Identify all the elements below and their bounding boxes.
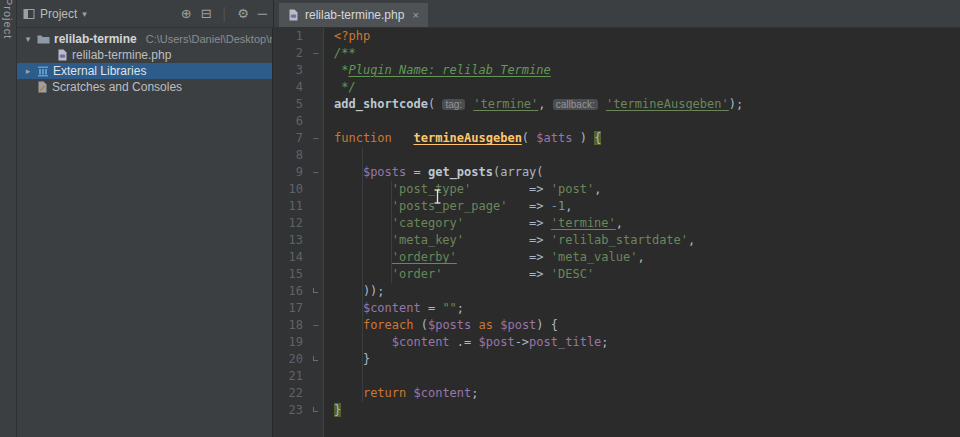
code-line[interactable]: 23} [273, 402, 960, 419]
line-number: 4 [273, 79, 306, 96]
token-txt [334, 318, 363, 332]
token-hint: tag: [442, 99, 465, 110]
code-line[interactable]: 7−function termineAusgeben( $atts ) { [273, 130, 960, 147]
code-line[interactable]: 5add_shortcode( tag: 'termine', callback… [273, 96, 960, 113]
token-txt [334, 267, 392, 281]
line-number: 17 [273, 300, 306, 317]
fold-spacer [306, 198, 325, 215]
code-line[interactable]: 19 $content .= $post->post_title; [273, 334, 960, 351]
code-line[interactable]: 18− foreach ($posts as $post) { [273, 317, 960, 334]
code-line[interactable]: 4 */ [273, 79, 960, 96]
token-txt [334, 250, 392, 264]
code-line[interactable]: 11 'posts_per_page' => -1, [273, 198, 960, 215]
code-text: 'orderby' => 'meta_value', [325, 249, 645, 266]
token-txt [464, 216, 529, 230]
token-doc: * [334, 63, 348, 77]
tree-item-scratches[interactable]: Scratches and Consoles [17, 79, 272, 95]
code-line[interactable]: 20 } [273, 351, 960, 368]
chevron-down-icon[interactable]: ▾ [23, 34, 33, 44]
line-number: 6 [273, 113, 306, 130]
code-line[interactable]: 9− $posts = get_posts(array( [273, 164, 960, 181]
token-str: "" [442, 301, 456, 315]
fold-icon[interactable] [306, 283, 325, 300]
editor[interactable]: 1<?php2−/**3 *Plugin Name: relilab Termi… [273, 28, 960, 437]
code-line[interactable]: 21 [273, 368, 960, 385]
token-kw: return [363, 386, 414, 400]
code-line[interactable]: 10 'post_type' => 'post', [273, 181, 960, 198]
collapse-all-icon[interactable]: ⊟ [201, 6, 212, 21]
code-line[interactable]: 8 [273, 147, 960, 164]
fold-icon[interactable]: − [306, 130, 325, 147]
toolbar-divider: │ [221, 7, 229, 21]
token-txt: get_posts [428, 165, 493, 179]
tool-window-button-project[interactable]: Project [2, 0, 14, 39]
chevron-right-icon[interactable]: ▸ [23, 66, 33, 76]
tree-item-relilab-termine-php[interactable]: relilab-termine.php [17, 47, 272, 63]
code-line[interactable]: 16 )); [273, 283, 960, 300]
code-line[interactable]: 6 [273, 113, 960, 130]
code-line[interactable]: 1<?php [273, 28, 960, 45]
code-line[interactable]: 17 $content = ""; [273, 300, 960, 317]
content-area: ▾ relilab-termine C:\Users\Daniel\Deskto… [17, 28, 960, 437]
project-panel-title[interactable]: Project [40, 7, 77, 21]
chevron-down-icon[interactable]: ▾ [82, 9, 87, 19]
token-var: $post [479, 335, 515, 349]
code-line[interactable]: 15 'order' => 'DESC' [273, 266, 960, 283]
fold-icon[interactable]: − [306, 164, 325, 181]
token-txt: ) [572, 131, 594, 145]
gear-icon[interactable]: ⚙ [237, 6, 249, 21]
code-text [325, 368, 334, 385]
tree-item-external-libraries[interactable]: ▸ External Libraries [17, 63, 272, 79]
token-txt: ( [522, 131, 536, 145]
hide-panel-icon[interactable]: ─ [258, 6, 267, 21]
tree-item-label: Scratches and Consoles [52, 80, 182, 94]
token-str: 'DESC' [551, 267, 594, 281]
fold-icon[interactable] [306, 402, 325, 419]
fold-spacer [306, 181, 325, 198]
folder-icon [37, 34, 50, 44]
line-number: 22 [273, 385, 306, 402]
project-panel: ▾ relilab-termine C:\Users\Daniel\Deskto… [17, 28, 273, 437]
code-line[interactable]: 22 return $content; [273, 385, 960, 402]
tab-relilab-termine-php[interactable]: relilab-termine.php × [279, 3, 428, 27]
token-txt: -> [515, 335, 529, 349]
code-line[interactable]: 12 'category' => 'termine', [273, 215, 960, 232]
line-number: 9 [273, 164, 306, 181]
code-line[interactable]: 14 'orderby' => 'meta_value', [273, 249, 960, 266]
fold-spacer [306, 147, 325, 164]
token-txt: => [529, 216, 551, 230]
token-txt: , [637, 250, 644, 264]
fold-spacer [306, 232, 325, 249]
code-text: )); [325, 283, 385, 300]
fold-spacer [306, 215, 325, 232]
editor-tab-bar: relilab-termine.php × [273, 0, 960, 27]
line-number: 10 [273, 181, 306, 198]
locate-file-icon[interactable]: ⊕ [181, 6, 192, 21]
code-line[interactable]: 2−/** [273, 45, 960, 62]
code-text: 'meta_key' => 'relilab_startdate', [325, 232, 695, 249]
token-txt [599, 97, 606, 111]
code-line[interactable]: 3 *Plugin Name: relilab Termine [273, 62, 960, 79]
token-txt: (array( [493, 165, 544, 179]
token-txt: } [334, 403, 341, 417]
token-txt [334, 233, 392, 247]
token-kw: foreach [363, 318, 421, 332]
tree-item-label: relilab-termine.php [72, 48, 171, 62]
line-number: 14 [273, 249, 306, 266]
token-str: 'termine' [551, 216, 616, 230]
code-line[interactable]: 13 'meta_key' => 'relilab_startdate', [273, 232, 960, 249]
token-kw: function [334, 131, 413, 145]
fold-icon[interactable]: − [306, 45, 325, 62]
token-txt: , [688, 233, 695, 247]
token-var: $content [392, 335, 450, 349]
token-txt: => [529, 182, 551, 196]
fold-icon[interactable]: − [306, 317, 325, 334]
line-number: 12 [273, 215, 306, 232]
fold-icon[interactable] [306, 351, 325, 368]
line-number: 13 [273, 232, 306, 249]
token-hint: callback: [553, 99, 598, 110]
close-icon[interactable]: × [412, 9, 418, 21]
tree-item-project-root[interactable]: ▾ relilab-termine C:\Users\Daniel\Deskto… [17, 31, 272, 47]
token-doc: Plugin Name: relilab Termine [348, 63, 550, 77]
line-number: 8 [273, 147, 306, 164]
